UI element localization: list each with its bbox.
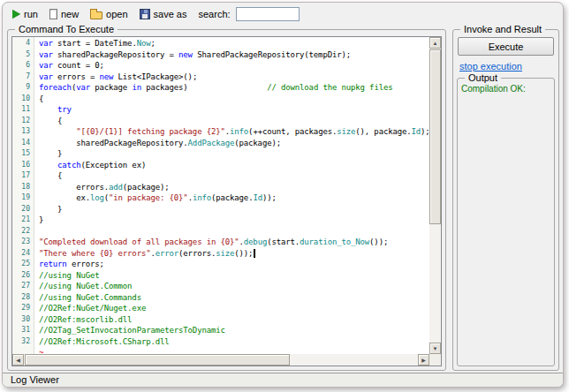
line-number: 23 (12, 237, 30, 248)
save-icon (140, 9, 150, 19)
line-number: 26 (12, 270, 30, 282)
invoke-panel-title: Invoke and Result (460, 23, 545, 35)
code-lines[interactable]: var start = DateTime.Now;var sharedPacka… (35, 37, 429, 354)
arrow-up-icon: ▲ (433, 41, 438, 46)
code-line[interactable]: //using NuGet (39, 270, 429, 282)
horizontal-scrollbar-thumb[interactable] (25, 354, 290, 366)
line-number: 24 (12, 248, 30, 260)
code-line[interactable]: //O2Ref:Microsoft.CSharp.dll (39, 336, 429, 348)
code-line[interactable]: //O2Ref:mscorlib.dll (39, 314, 429, 326)
code-line[interactable]: var count = 0; (39, 60, 429, 72)
line-number: 4 (12, 38, 30, 49)
run-label: run (24, 9, 38, 19)
log-viewer-bar[interactable]: Log Viewer (3, 373, 563, 387)
code-line[interactable]: { (39, 94, 429, 105)
save-as-label: save as (154, 9, 187, 19)
vertical-scrollbar-thumb[interactable] (429, 49, 441, 224)
code-line[interactable]: sharedPackageRepository.AddPackage(packa… (39, 138, 429, 149)
app-window: run new open save as search: Command To … (2, 2, 564, 388)
code-line[interactable]: "Completed download of all packages in {… (39, 237, 429, 248)
line-number (12, 347, 30, 354)
code-line[interactable]: var start = DateTime.Now; (39, 38, 429, 49)
code-line[interactable]: errors.add(package); (39, 182, 429, 193)
line-number: 19 (12, 192, 30, 204)
line-number: 31 (12, 325, 30, 336)
line-number: 32 (12, 336, 30, 348)
open-folder-icon (90, 11, 102, 19)
command-panel-title: Command To Execute (15, 23, 118, 35)
line-number: 30 (12, 314, 30, 326)
line-number: 12 (12, 116, 30, 127)
run-icon (12, 10, 20, 19)
line-number: 9 (12, 82, 30, 94)
text-cursor (254, 249, 255, 258)
code-line[interactable]: foreach(var package in packages) // down… (39, 82, 429, 94)
open-button[interactable]: open (90, 9, 127, 19)
line-number: 5 (12, 49, 30, 61)
code-line[interactable]: { (39, 116, 429, 127)
code-line[interactable]: "There where {0} errors".error(errors.si… (39, 248, 429, 260)
code-editor[interactable]: 4567910111213141516171819202122232425262… (11, 36, 442, 366)
line-number: 13 (12, 126, 30, 138)
scrollbar-corner (429, 354, 441, 366)
code-line[interactable]: var errors = new List<IPackage>(); (39, 72, 429, 83)
code-line[interactable]: //using NuGet.Commands (39, 292, 429, 304)
line-number: 29 (12, 303, 30, 314)
code-line[interactable]: return errors; (39, 259, 429, 270)
invoke-panel: Invoke and Result Execute stop execution… (452, 29, 559, 371)
output-panel: Output Compilation OK: (457, 78, 555, 366)
scroll-down-button[interactable]: ▼ (429, 343, 441, 354)
save-as-button[interactable]: save as (140, 9, 187, 19)
line-number: 20 (12, 204, 30, 215)
horizontal-scrollbar[interactable]: ◀ ▶ (12, 354, 429, 366)
search-label: search: (199, 9, 231, 19)
new-file-icon (49, 9, 57, 19)
run-button[interactable]: run (12, 9, 38, 19)
search-input[interactable] (236, 7, 300, 21)
line-number: 10 (12, 94, 30, 105)
line-number: 18 (12, 182, 30, 193)
line-number: 6 (12, 60, 30, 72)
code-line[interactable]: //using NuGet.Common (39, 281, 429, 292)
code-line[interactable]: ~ (39, 347, 429, 354)
execute-button[interactable]: Execute (458, 37, 554, 56)
line-number: 16 (12, 160, 30, 171)
code-line[interactable]: } (39, 204, 429, 215)
scroll-right-button[interactable]: ▶ (418, 354, 429, 366)
line-number: 21 (12, 215, 30, 226)
line-number: 14 (12, 138, 30, 149)
code-line[interactable] (39, 226, 429, 237)
code-line[interactable]: catch(Exception ex) (39, 160, 429, 171)
line-number: 7 (12, 72, 30, 83)
scroll-up-button[interactable]: ▲ (429, 37, 441, 49)
code-line[interactable]: ex.log("in package: {0}".info(package.Id… (39, 192, 429, 204)
line-number: 25 (12, 259, 30, 270)
arrow-down-icon: ▼ (433, 346, 438, 351)
vertical-scrollbar[interactable]: ▲ ▼ (429, 37, 441, 354)
log-viewer-label: Log Viewer (11, 374, 59, 385)
scroll-left-button[interactable]: ◀ (12, 354, 24, 366)
arrow-right-icon: ▶ (421, 358, 426, 363)
line-number: 15 (12, 148, 30, 160)
code-line[interactable]: "[{0}/{1}] fetching package {2}".info(++… (39, 126, 429, 138)
new-button[interactable]: new (49, 9, 79, 19)
stop-execution-link[interactable]: stop execution (459, 61, 522, 72)
code-line[interactable]: var sharedPackageRepository = new Shared… (39, 49, 429, 61)
line-number: 27 (12, 281, 30, 292)
arrow-left-icon: ◀ (16, 358, 20, 363)
code-line[interactable]: try (39, 104, 429, 116)
code-line[interactable]: //O2Ref:NuGet/Nuget.exe (39, 303, 429, 314)
line-number: 22 (12, 226, 30, 237)
command-panel: Command To Execute 456791011121314151617… (7, 29, 446, 371)
code-line[interactable]: //O2Tag_SetInvocationParametersToDynamic (39, 325, 429, 336)
code-line[interactable]: { (39, 170, 429, 182)
line-number: 17 (12, 170, 30, 182)
line-number-gutter: 4567910111213141516171819202122232425262… (12, 37, 34, 354)
output-panel-title: Output (465, 72, 501, 84)
open-label: open (106, 9, 127, 19)
line-number: 11 (12, 104, 30, 116)
code-line[interactable]: } (39, 148, 429, 160)
code-line[interactable]: } (39, 215, 429, 226)
new-label: new (61, 9, 79, 19)
line-number: 28 (12, 292, 30, 304)
